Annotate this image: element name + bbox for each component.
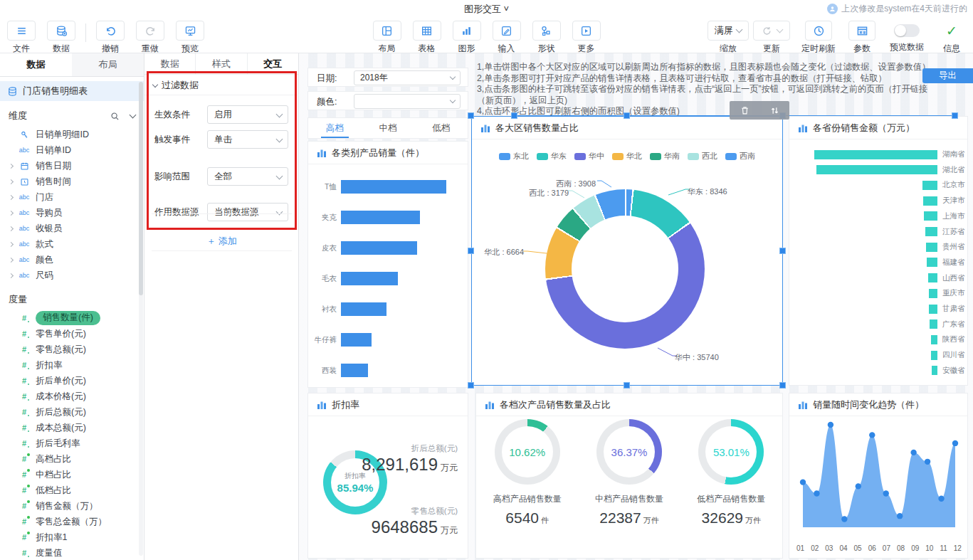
grade-ring-block[interactable]: 10.62%高档产品销售数量6540件 — [481, 419, 574, 527]
dimension-field[interactable]: abc款式 — [0, 236, 144, 252]
selection-handle[interactable] — [624, 112, 630, 119]
expand-chevron-icon[interactable] — [8, 210, 13, 215]
measure-field[interactable]: #折扣率1 — [0, 529, 144, 545]
grade-share-panel[interactable]: 各档次产品销售数量及占比 10.62%高档产品销售数量6540件36.37%中档… — [475, 393, 783, 559]
selection-handle[interactable] — [624, 382, 630, 389]
expand-chevron-icon[interactable] — [8, 257, 13, 262]
file-button[interactable]: 文件 — [6, 21, 37, 55]
expand-chevron-icon[interactable] — [8, 226, 13, 231]
trend-data-point[interactable] — [938, 495, 944, 501]
province-bar[interactable] — [923, 196, 937, 206]
category-bar-row[interactable]: 牛仔裤 — [308, 333, 468, 347]
trash-icon[interactable] — [740, 105, 750, 116]
trend-data-point[interactable] — [952, 440, 958, 446]
filter-field-select[interactable]: 全部 — [207, 167, 288, 186]
more-button[interactable]: 更多 — [571, 21, 602, 55]
legend-item[interactable]: 西南 — [725, 151, 755, 162]
measure-field[interactable]: #成本总额(元) — [0, 420, 144, 435]
dimension-field[interactable]: abc日销单ID — [0, 142, 144, 158]
category-bar-row[interactable]: T恤 — [308, 180, 468, 194]
grade-ring-block[interactable]: 53.01%低档产品销售数量32629万件 — [685, 419, 777, 527]
legend-item[interactable]: 西北 — [688, 151, 717, 162]
tab-layout[interactable]: 布局 — [72, 53, 144, 76]
category-bar-row[interactable]: 毛衣 — [308, 272, 468, 285]
discount-rate-panel[interactable]: 折扣率 折扣率85.94% 折后总额(元) 8,291,619万元 零售总额(元… — [307, 393, 468, 559]
province-bar[interactable] — [930, 319, 937, 329]
measure-field[interactable]: #销售金额（万） — [0, 498, 144, 514]
dimension-field[interactable]: abc尺码 — [0, 268, 144, 283]
legend-item[interactable]: 华南 — [650, 151, 680, 162]
layout-button[interactable]: 布局 — [372, 21, 403, 55]
sidebar-scrollbar[interactable] — [139, 82, 143, 556]
trend-data-point[interactable] — [925, 459, 930, 465]
dimension-field[interactable]: abc收银员 — [0, 221, 144, 236]
preview-data-toggle[interactable]: 预览数据 — [886, 21, 927, 53]
dimension-field[interactable]: abc门店 — [0, 189, 144, 205]
dimension-field[interactable]: 日销单明细ID — [0, 127, 144, 142]
trend-chart-panel[interactable]: 销量随时间变化趋势（件） 010203040506070809101112 — [789, 393, 968, 559]
tab-data-settings[interactable]: 数据 — [144, 53, 196, 74]
measure-field[interactable]: #折后毛利率 — [0, 435, 144, 451]
export-button[interactable]: 导出 — [922, 68, 973, 83]
date-filter-select[interactable]: 2018年 — [354, 70, 461, 85]
legend-item[interactable]: 东北 — [499, 151, 529, 162]
province-bar-row[interactable]: 重庆市 — [789, 288, 967, 298]
province-bar[interactable] — [814, 150, 937, 159]
measure-field[interactable]: #成本价格(元) — [0, 389, 144, 404]
province-bar-row[interactable]: 四川省 — [789, 350, 967, 360]
data-button[interactable]: 数据 — [46, 21, 77, 55]
province-bar[interactable] — [924, 211, 937, 221]
expand-chevron-icon[interactable] — [8, 163, 13, 168]
category-bar-row[interactable]: 西装 — [308, 364, 468, 377]
province-bar-row[interactable]: 湖南省 — [789, 149, 967, 159]
toggle-off-icon[interactable] — [894, 24, 920, 37]
province-bar[interactable] — [925, 227, 937, 236]
province-bar[interactable] — [929, 305, 937, 314]
province-bar[interactable] — [928, 273, 937, 282]
province-bar-row[interactable]: 陕西省 — [789, 334, 967, 344]
legend-item[interactable]: 华东 — [537, 151, 567, 162]
undo-button[interactable]: 撤销 — [95, 21, 126, 55]
color-filter-select[interactable] — [354, 94, 461, 109]
measure-field[interactable]: #销售数量(件) — [0, 310, 144, 326]
province-bar-row[interactable]: 湖北省 — [789, 165, 967, 175]
redo-button[interactable]: 重做 — [135, 21, 166, 55]
params-button[interactable]: 参数 — [846, 21, 878, 55]
grade-ring-block[interactable]: 36.37%中档产品销售数量22387万件 — [583, 419, 675, 527]
filter-field-select[interactable]: 单击 — [207, 130, 288, 149]
selection-handle[interactable] — [779, 248, 786, 254]
filter-field-select[interactable]: 启用 — [207, 105, 288, 124]
category-bar-row[interactable]: 夹克 — [308, 211, 468, 224]
category-bar[interactable] — [341, 364, 368, 377]
category-bar[interactable] — [341, 272, 398, 285]
province-bar-row[interactable]: 上海市 — [789, 211, 967, 221]
province-bar-row[interactable]: 天津市 — [789, 196, 967, 206]
province-bar[interactable] — [926, 243, 937, 252]
province-bar-row[interactable]: 甘肃省 — [789, 304, 967, 314]
province-bar-row[interactable]: 江苏省 — [789, 227, 967, 237]
category-bar[interactable] — [341, 180, 446, 194]
trend-data-point[interactable] — [897, 513, 903, 519]
trend-data-point[interactable] — [841, 516, 847, 522]
selection-handle[interactable] — [468, 112, 474, 119]
province-bar[interactable] — [927, 258, 937, 267]
province-sales-chart-panel[interactable]: 各省份销售金额（万元） 湖南省湖北省北京市天津市上海市江苏省贵州省福建省山西省重… — [789, 116, 968, 386]
tab-data[interactable]: 数据 — [0, 53, 72, 76]
trend-data-point[interactable] — [800, 479, 806, 485]
table-button[interactable]: 表格 — [411, 21, 443, 55]
category-bar-row[interactable]: 皮衣 — [308, 241, 468, 255]
timed-refresh-button[interactable]: 定时刷新 — [799, 21, 838, 55]
grade-tab-高档[interactable]: 高档 — [308, 118, 362, 138]
filter-field-select[interactable]: 当前数据源 — [207, 203, 288, 221]
chart-button[interactable]: 图形 — [451, 21, 483, 55]
dimension-field[interactable]: abc颜色 — [0, 252, 144, 268]
province-bar-row[interactable]: 北京市 — [789, 180, 967, 190]
update-button[interactable]: 更新 — [752, 21, 791, 55]
measure-field[interactable]: #高档占比 — [0, 451, 144, 467]
trend-data-point[interactable] — [910, 450, 916, 455]
swap-order-icon[interactable] — [769, 105, 780, 116]
province-bar[interactable] — [922, 181, 937, 190]
expand-chevron-icon[interactable] — [8, 179, 13, 184]
grade-tab-低档[interactable]: 低档 — [414, 118, 468, 138]
province-bar[interactable] — [932, 366, 937, 375]
